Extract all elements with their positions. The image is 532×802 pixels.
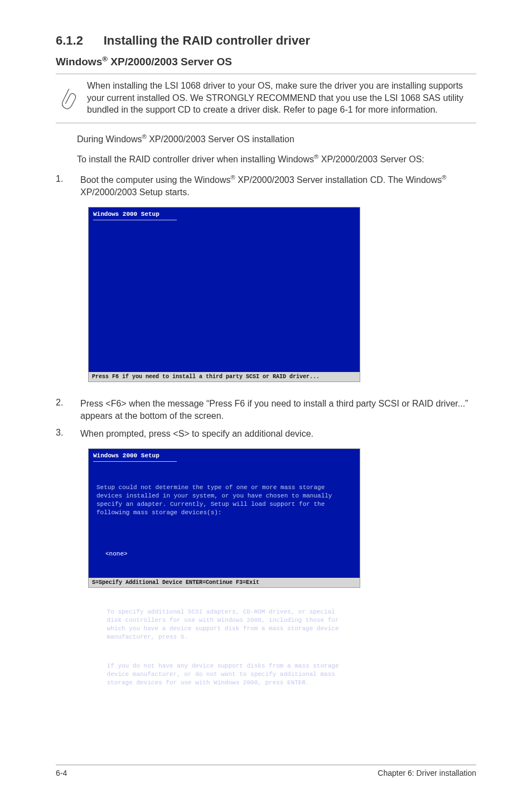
step-text: When prompted, press <S> to specify an a…: [80, 428, 313, 440]
screenshot-title-underline: [93, 220, 177, 220]
bullet-icon: *: [99, 608, 103, 641]
step-2: 2. Press <F6> when the message “Press F6…: [56, 398, 476, 423]
heading-number: 6.1.2: [56, 33, 83, 47]
step-number: 1.: [56, 174, 67, 199]
registered-mark: ®: [230, 173, 235, 180]
screenshot-none-label: <none>: [96, 550, 352, 558]
registered-mark: ®: [442, 173, 446, 180]
step-1: 1. Boot the computer using the Windows® …: [56, 174, 476, 199]
step-number: 2.: [56, 398, 67, 423]
screenshot-status-bar: S=Specify Additional Device ENTER=Contin…: [89, 578, 360, 587]
step-text: Press <F6> when the message “Press F6 if…: [80, 398, 476, 423]
screenshot-title: Windows 2000 Setup: [89, 207, 360, 219]
heading-title: Installing the RAID controller driver: [104, 33, 310, 47]
screenshot-title: Windows 2000 Setup: [89, 449, 360, 460]
subheading-suffix: XP/2000/2003 Server OS: [108, 56, 232, 67]
section-heading: 6.1.2 Installing the RAID controller dri…: [56, 33, 476, 48]
windows-setup-screenshot-1: Windows 2000 Setup Press F6 if you need …: [88, 207, 360, 382]
screenshot-body: Setup could not determine the type of on…: [89, 462, 360, 730]
chapter-title: Chapter 6: Driver installation: [378, 769, 476, 777]
paragraph-1: During Windows® XP/2000/2003 Server OS i…: [77, 133, 476, 146]
registered-mark: ®: [142, 133, 146, 140]
screenshot-bullet-2: * If you do not have any device support …: [99, 662, 352, 687]
step-text: Boot the computer using the Windows® XP/…: [80, 174, 476, 199]
paragraph-2: To install the RAID controller driver wh…: [77, 153, 476, 166]
sub-heading: Windows® XP/2000/2003 Server OS: [56, 56, 476, 68]
page-number: 6-4: [56, 769, 67, 777]
windows-setup-screenshot-2: Windows 2000 Setup Setup could not deter…: [88, 448, 360, 588]
paperclip-icon: [51, 78, 83, 119]
bullet-icon: *: [99, 662, 103, 687]
note-text: When installing the LSI 1068 driver to y…: [87, 80, 476, 116]
screenshot-intro-text: Setup could not determine the type of on…: [96, 484, 352, 516]
screenshot-status-bar: Press F6 if you need to install a third …: [89, 372, 360, 381]
page-footer: 6-4 Chapter 6: Driver installation: [56, 765, 476, 777]
subheading-prefix: Windows: [56, 56, 102, 67]
step-number: 3.: [56, 428, 67, 440]
registered-mark: ®: [102, 55, 108, 63]
screenshot-bullet-1: * To specify additional SCSI adapters, C…: [99, 608, 352, 641]
note-box: When installing the LSI 1068 driver to y…: [56, 74, 476, 123]
step-3: 3. When prompted, press <S> to specify a…: [56, 428, 476, 440]
